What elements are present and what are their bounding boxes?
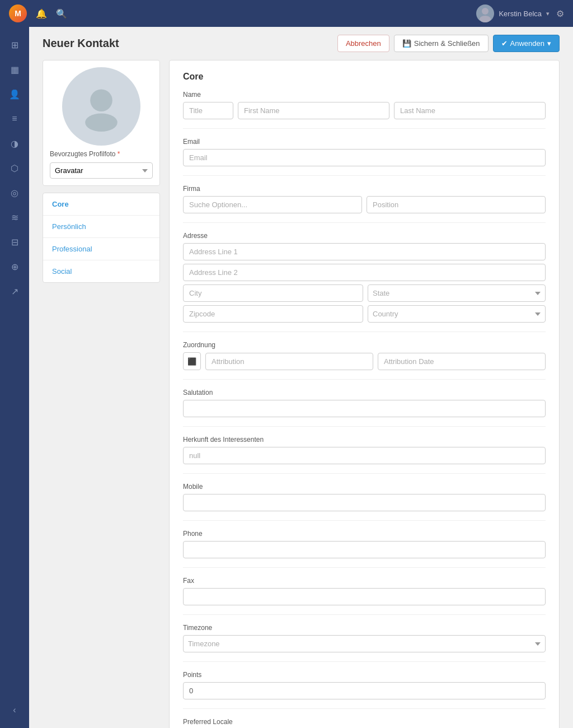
adresse-group: Adresse State Country: [183, 232, 546, 323]
phone-group: Phone: [183, 530, 546, 558]
apply-icon: ✔: [501, 39, 508, 48]
required-indicator: *: [118, 150, 120, 158]
topnav-left: M 🔔 🔍: [9, 4, 67, 22]
left-panel: Bevorzugtes Profilfoto * Gravatar Upload…: [43, 60, 160, 728]
profile-photo-label: Bevorzugtes Profilfoto *: [50, 150, 153, 158]
points-input[interactable]: [183, 682, 546, 699]
cancel-button[interactable]: Abbrechen: [337, 35, 389, 52]
save-close-button[interactable]: 💾 Sichern & Schließen: [394, 35, 489, 52]
section-nav: Core Persönlich Professional Social: [43, 193, 160, 283]
sidebar-item-contacts[interactable]: 👤: [3, 83, 26, 105]
user-menu[interactable]: Kerstin Belca ▾: [476, 4, 549, 22]
nav-item-professional[interactable]: Professional: [43, 238, 159, 260]
herkunft-input[interactable]: [183, 447, 546, 464]
svg-point-3: [85, 114, 118, 132]
sidebar-item-list[interactable]: ≡: [3, 108, 26, 130]
zuordnung-group: Zuordnung ⬛: [183, 341, 546, 370]
salutation-input[interactable]: [183, 400, 546, 417]
sidebar: ⊞ ▦ 👤 ≡ ◑ ⬡ ◎ ≋ ⊟ ⊕ ↗ ‹: [0, 27, 29, 728]
sidebar-item-feed[interactable]: ≋: [3, 206, 26, 228]
user-dropdown-icon[interactable]: ▾: [546, 10, 549, 17]
city-input[interactable]: [183, 284, 363, 302]
position-input[interactable]: [367, 196, 546, 213]
nav-item-core[interactable]: Core: [43, 193, 159, 216]
sidebar-item-reports[interactable]: ◑: [3, 132, 26, 155]
phone-input[interactable]: [183, 541, 546, 558]
mobile-group: Mobile: [183, 483, 546, 511]
name-group: Name: [183, 91, 546, 119]
mobile-label: Mobile: [183, 483, 546, 491]
herkunft-label: Herkunft des Interessenten: [183, 436, 546, 444]
email-input[interactable]: [183, 149, 546, 166]
fax-group: Fax: [183, 577, 546, 605]
sidebar-item-calendar[interactable]: ▦: [3, 58, 26, 81]
state-select[interactable]: State: [368, 284, 546, 302]
preferred-locale-label: Preferred Locale: [183, 718, 546, 726]
save-icon: 💾: [402, 39, 411, 48]
name-label: Name: [183, 91, 546, 99]
last-name-input[interactable]: [394, 102, 546, 119]
first-name-input[interactable]: [238, 102, 389, 119]
address-line2-input[interactable]: [183, 264, 546, 281]
sidebar-item-globe[interactable]: ⊕: [3, 255, 26, 278]
profile-photo-box: Bevorzugtes Profilfoto * Gravatar Upload: [43, 60, 160, 186]
points-group: Points: [183, 671, 546, 699]
country-select[interactable]: Country: [368, 305, 546, 323]
zuordnung-label: Zuordnung: [183, 341, 546, 349]
sidebar-item-clock[interactable]: ◎: [3, 181, 26, 204]
content-area: Bevorzugtes Profilfoto * Gravatar Upload…: [29, 60, 573, 728]
firma-group: Firma: [183, 185, 546, 213]
mobile-input[interactable]: [183, 494, 546, 511]
salutation-group: Salutation: [183, 389, 546, 417]
zipcode-input[interactable]: [183, 305, 363, 323]
page-header: Neuer Kontakt Abbrechen 💾 Sichern & Schl…: [29, 27, 573, 60]
nav-item-social[interactable]: Social: [43, 260, 159, 282]
attribution-input[interactable]: [205, 353, 373, 370]
main-content: Neuer Kontakt Abbrechen 💾 Sichern & Schl…: [29, 27, 573, 728]
sidebar-item-dashboard[interactable]: ⊞: [3, 34, 26, 56]
apply-dropdown-icon[interactable]: ▾: [547, 39, 551, 48]
settings-icon[interactable]: ⚙: [556, 8, 564, 19]
nav-item-personlich[interactable]: Persönlich: [43, 216, 159, 238]
sidebar-collapse-button[interactable]: ‹: [3, 699, 26, 721]
firma-label: Firma: [183, 185, 546, 193]
address-line1-input[interactable]: [183, 243, 546, 260]
salutation-label: Salutation: [183, 389, 546, 396]
timezone-label: Timezone: [183, 624, 546, 632]
svg-point-2: [90, 89, 112, 111]
header-actions: Abbrechen 💾 Sichern & Schließen ✔ Anwend…: [337, 35, 560, 52]
herkunft-group: Herkunft des Interessenten: [183, 436, 546, 464]
fax-label: Fax: [183, 577, 546, 585]
topnav: M 🔔 🔍 Kerstin Belca ▾ ⚙: [0, 0, 573, 27]
apply-button[interactable]: ✔ Anwenden ▾: [493, 35, 560, 52]
svg-point-0: [482, 8, 489, 15]
fax-input[interactable]: [183, 588, 546, 605]
preferred-locale-group: Preferred Locale Preferred Locale: [183, 718, 546, 728]
email-label: Email: [183, 138, 546, 146]
sidebar-item-table[interactable]: ⊟: [3, 231, 26, 253]
firma-row: [183, 196, 546, 213]
avatar: [476, 4, 494, 22]
attribution-date-input[interactable]: [378, 353, 546, 370]
firma-search-input[interactable]: [183, 196, 362, 213]
page-title: Neuer Kontakt: [43, 37, 119, 50]
username-label: Kerstin Belca: [499, 10, 542, 18]
app-logo[interactable]: M: [9, 4, 27, 22]
name-row: [183, 102, 546, 119]
notification-icon[interactable]: 🔔: [36, 8, 47, 19]
form-panel: Core Name Email Firma: [169, 60, 560, 728]
topnav-right: Kerstin Belca ▾ ⚙: [476, 4, 564, 22]
attribution-icon: ⬛: [187, 357, 196, 366]
svg-point-1: [480, 16, 491, 22]
phone-label: Phone: [183, 530, 546, 538]
section-title: Core: [183, 72, 546, 82]
search-icon[interactable]: 🔍: [56, 8, 67, 19]
profile-photo-select[interactable]: Gravatar Upload: [50, 162, 153, 179]
sidebar-item-plugins[interactable]: ⬡: [3, 157, 26, 179]
adresse-label: Adresse: [183, 232, 546, 240]
timezone-select[interactable]: Timezone: [183, 635, 546, 652]
title-input[interactable]: [183, 102, 233, 119]
attribution-icon-button[interactable]: ⬛: [183, 352, 201, 370]
timezone-group: Timezone Timezone: [183, 624, 546, 652]
sidebar-item-chart[interactable]: ↗: [3, 280, 26, 302]
